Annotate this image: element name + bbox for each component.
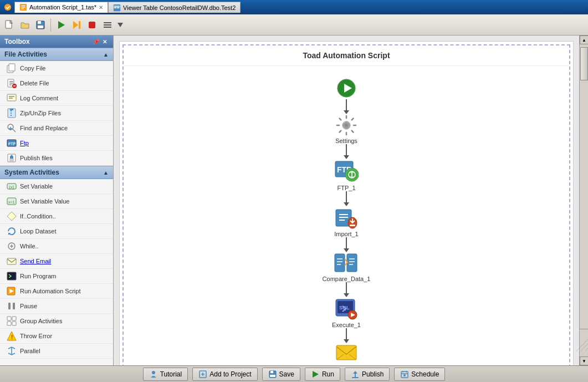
run-icon [311, 370, 320, 379]
open-button[interactable] [18, 18, 32, 32]
delete-file-item[interactable]: Delete File [0, 76, 113, 91]
svg-rect-44 [7, 322, 11, 325]
log-comment-item[interactable]: Log Comment [0, 91, 113, 106]
set-variable-value-icon: x=1 [7, 196, 17, 206]
compare-node-icon [334, 252, 359, 274]
toolbar-sep-1 [50, 18, 51, 32]
arrow-1 [344, 110, 349, 114]
toolbox-pin-button[interactable]: 📌 [92, 38, 100, 45]
set-variable-value-item[interactable]: x=1 Set Variable Value [0, 194, 113, 209]
log-comment-icon [7, 93, 17, 103]
throw-error-label: Throw Error [20, 333, 52, 339]
if-condition-icon [7, 211, 17, 221]
while-item[interactable]: While.. [0, 239, 113, 254]
connector-3 [346, 191, 347, 202]
svg-rect-24 [10, 109, 13, 110]
set-variable-value-label: Set Variable Value [20, 198, 69, 205]
svg-text:FTP: FTP [8, 142, 16, 146]
tab-close-icon[interactable]: ✕ [99, 4, 103, 11]
schedule-status-button[interactable]: Schedule [394, 368, 445, 381]
new-button[interactable] [2, 18, 17, 32]
copy-file-item[interactable]: Copy File [0, 61, 113, 76]
ftp-node[interactable]: FTP FTP_1 [334, 159, 359, 191]
settings-node[interactable]: Settings [335, 114, 357, 144]
loop-dataset-item[interactable]: Loop Dataset [0, 224, 113, 239]
toolbox-header: Toolbox 📌 ✕ [0, 35, 113, 48]
system-activities-arrow: ▲ [103, 170, 109, 176]
parallel-item[interactable]: Parallel [0, 344, 113, 359]
scroll-down-button[interactable]: ▼ [580, 356, 588, 365]
app-icon [3, 3, 12, 12]
svg-rect-14 [104, 22, 111, 23]
publish-status-button[interactable]: Publish [345, 368, 390, 381]
ftp-label: FTP_1 [337, 185, 355, 191]
compare-node[interactable]: Compare_Data_1 [323, 252, 371, 282]
svg-point-79 [403, 374, 406, 376]
arrow-2 [344, 155, 349, 159]
svg-text:!: ! [11, 334, 13, 340]
find-replace-label: Find and Replace [20, 125, 68, 131]
run-automation-script-icon [7, 286, 17, 296]
svg-rect-22 [7, 94, 16, 101]
run-status-button[interactable]: Run [305, 368, 340, 381]
stop-button[interactable] [85, 18, 99, 32]
if-condition-item[interactable]: If..Condition.. [0, 209, 113, 224]
find-replace-icon [7, 123, 17, 133]
ftp-label: Ftp [20, 140, 29, 146]
email-node[interactable]: Email_1 [335, 343, 357, 365]
ftp-item[interactable]: FTP Ftp [0, 136, 113, 151]
set-variable-item[interactable]: {x} Set Variable [0, 179, 113, 194]
canvas-area: Toad Automation Script [114, 35, 588, 365]
import-node[interactable]: Import_1 [334, 206, 358, 237]
pause-item[interactable]: Pause [0, 299, 113, 314]
svg-rect-74 [270, 371, 273, 373]
settings-label: Settings [335, 137, 357, 144]
group-activities-label: Group Activities [20, 318, 62, 324]
tab-viewer-table[interactable]: Viewer Table ContosoRetailDW.dbo.Test2 [108, 2, 241, 13]
svg-rect-15 [104, 24, 111, 26]
find-replace-item[interactable]: Find and Replace [0, 121, 113, 136]
throw-error-item[interactable]: ! Throw Error [0, 329, 113, 344]
save-status-button[interactable]: Save [262, 368, 300, 381]
svg-rect-4 [114, 7, 116, 8]
tab-automation-script[interactable]: Automation Script_1.tas* ✕ [14, 2, 108, 13]
svg-rect-13 [89, 22, 95, 28]
send-email-item[interactable]: Send Email [0, 254, 113, 269]
run-program-label: Run Program [20, 273, 56, 279]
system-activities-header[interactable]: System Activities ▲ [0, 166, 113, 179]
canvas-scrollable[interactable]: Toad Automation Script [114, 35, 579, 365]
group-activities-item[interactable]: Group Activities [0, 314, 113, 329]
add-to-project-button[interactable]: Add to Project [192, 368, 257, 381]
run-toolbar-button[interactable] [54, 18, 68, 32]
zip-unzip-item[interactable]: Zip/UnZip Files [0, 106, 113, 121]
copy-file-label: Copy File [20, 65, 45, 72]
execute-node[interactable]: SQL Execute_1 [332, 297, 361, 328]
run-automation-script-item[interactable]: Run Automation Script [0, 284, 113, 299]
svg-rect-41 [13, 303, 15, 309]
toolbar-dropdown[interactable] [116, 21, 125, 29]
save-toolbar-button[interactable] [33, 18, 48, 32]
zoom-corner [580, 329, 588, 356]
svg-rect-12 [79, 21, 80, 29]
more-button[interactable] [100, 18, 115, 32]
tab-bar: Automation Script_1.tas* ✕ Viewer Table … [14, 2, 241, 13]
tutorial-button[interactable]: Tutorial [143, 368, 188, 381]
publish-files-item[interactable]: Publish files [0, 151, 113, 166]
email-node-icon [335, 343, 357, 364]
loop-dataset-label: Loop Dataset [20, 228, 56, 235]
group-activities-icon [7, 316, 17, 326]
scroll-up-button[interactable]: ▲ [580, 35, 588, 44]
delete-file-label: Delete File [20, 80, 49, 86]
svg-rect-5 [117, 7, 119, 8]
step-button[interactable] [69, 18, 84, 32]
run-program-item[interactable]: Run Program [0, 269, 113, 284]
svg-rect-43 [12, 317, 16, 320]
file-activities-header[interactable]: File Activities ▲ [0, 48, 113, 61]
toolbox-close-button[interactable]: ✕ [101, 38, 109, 45]
add-to-project-icon [198, 370, 207, 379]
set-variable-label: Set Variable [20, 183, 53, 190]
start-node[interactable] [335, 77, 357, 99]
tutorial-icon [149, 370, 158, 379]
scroll-thumb[interactable] [580, 47, 588, 80]
save-icon [268, 370, 277, 379]
